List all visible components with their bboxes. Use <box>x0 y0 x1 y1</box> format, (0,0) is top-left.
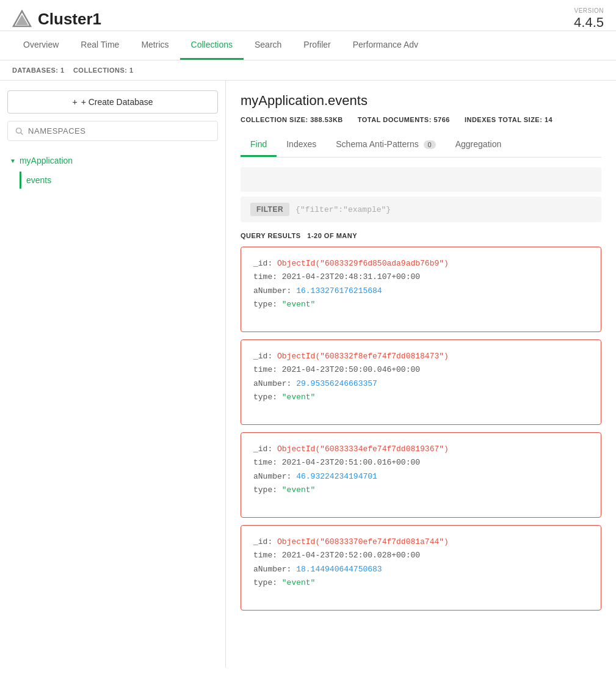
create-db-icon: + <box>72 97 77 107</box>
collection-meta: COLLECTION SIZE: 388.53KB TOTAL DOCUMENT… <box>241 116 601 123</box>
main-layout: + + Create Database ▼ myApplication even… <box>0 81 616 668</box>
indexes-label: INDEXES TOTAL SIZE: <box>465 116 542 123</box>
doc4-number-field: aNumber: 18.144940644750683 <box>253 563 589 576</box>
doc4-time-field: time: 2021-04-23T20:52:00.028+00:00 <box>253 549 589 562</box>
tab-indexes[interactable]: Indexes <box>277 133 326 157</box>
doc1-id-field: _id: ObjectId("6083329f6d850ada9adb76b9"… <box>253 257 589 270</box>
doc2-type-field: type: "event" <box>253 391 589 404</box>
version-block: VERSION 4.4.5 <box>574 7 604 31</box>
doc3-id-field: _id: ObjectId("60833334efe74f7dd0819367"… <box>253 443 589 456</box>
query-results-label: QUERY RESULTS <box>241 232 301 239</box>
doc1-type-field: type: "event" <box>253 298 589 311</box>
tab-profiler[interactable]: Profiler <box>292 31 341 60</box>
doc3-number-field: aNumber: 46.93224234194701 <box>253 470 589 484</box>
doc2-number-field: aNumber: 29.95356246663357 <box>253 377 589 391</box>
document-card-4[interactable]: _id: ObjectId("60833370efe74f7dd081a744"… <box>241 525 601 611</box>
svg-line-3 <box>21 132 23 134</box>
doc2-id-field: _id: ObjectId("608332f8efe74f7dd0818473"… <box>253 350 589 363</box>
tab-aggregation[interactable]: Aggregation <box>446 133 512 157</box>
size-label: COLLECTION SIZE: <box>241 116 308 123</box>
namespace-search-wrapper[interactable] <box>7 121 218 141</box>
sub-tabs: Find Indexes Schema Anti-Patterns 0 Aggr… <box>241 133 601 158</box>
collections-label: COLLECTIONS: <box>73 67 128 74</box>
create-db-label: + Create Database <box>81 97 153 107</box>
document-card-2[interactable]: _id: ObjectId("608332f8efe74f7dd0818473"… <box>241 339 601 425</box>
content-area: myApplication.events COLLECTION SIZE: 38… <box>226 81 616 668</box>
doc1-number-field: aNumber: 16.133276176215684 <box>253 285 589 298</box>
svg-point-2 <box>16 128 21 133</box>
query-results-header: QUERY RESULTS 1-20 OF MANY <box>241 232 601 239</box>
filter-bar: FILTER {"filter":"example"} <box>241 197 601 222</box>
collection-item-events[interactable]: events <box>20 172 218 189</box>
doc4-id-field: _id: ObjectId("60833370efe74f7dd081a744"… <box>253 535 589 549</box>
doc3-type-field: type: "event" <box>253 484 589 497</box>
tab-collections[interactable]: Collections <box>180 31 244 60</box>
collection-title: myApplication.events <box>241 93 601 109</box>
total-documents: TOTAL DOCUMENTS: 5766 <box>358 116 450 123</box>
tab-performance[interactable]: Performance Adv <box>342 31 429 60</box>
document-card-3[interactable]: _id: ObjectId("60833334efe74f7dd0819367"… <box>241 432 601 518</box>
create-database-button[interactable]: + + Create Database <box>7 90 218 114</box>
schema-badge: 0 <box>424 140 436 149</box>
stats-bar: DATABASES: 1 COLLECTIONS: 1 <box>0 60 616 81</box>
docs-label: TOTAL DOCUMENTS: <box>358 116 432 123</box>
header-left: Cluster1 <box>12 9 101 29</box>
namespace-search-input[interactable] <box>28 126 210 136</box>
size-value: 388.53KB <box>310 116 343 123</box>
filter-placeholder: {"filter":"example"} <box>295 205 391 214</box>
databases-count: 1 <box>60 67 65 74</box>
indexes-size: INDEXES TOTAL SIZE: 14 <box>465 116 553 123</box>
tab-metrics[interactable]: Metrics <box>130 31 179 60</box>
version-label: VERSION <box>574 7 604 15</box>
schema-tab-label: Schema Anti-Patterns <box>336 139 418 149</box>
toolbar-area <box>241 167 601 192</box>
tab-overview[interactable]: Overview <box>12 31 70 60</box>
database-name: myApplication <box>20 156 73 165</box>
tab-find[interactable]: Find <box>241 133 277 157</box>
filter-button[interactable]: FILTER <box>250 203 289 216</box>
chevron-down-icon: ▼ <box>10 158 16 164</box>
doc4-type-field: type: "event" <box>253 576 589 590</box>
tab-realtime[interactable]: Real Time <box>70 31 130 60</box>
doc3-time-field: time: 2021-04-23T20:51:00.016+00:00 <box>253 456 589 469</box>
collection-size: COLLECTION SIZE: 388.53KB <box>241 116 343 123</box>
databases-label: DATABASES: <box>12 67 58 74</box>
document-card-1[interactable]: _id: ObjectId("6083329f6d850ada9adb76b9"… <box>241 247 601 332</box>
version-number: 4.4.5 <box>574 15 604 31</box>
tab-search[interactable]: Search <box>244 31 292 60</box>
collection-name: events <box>26 175 51 185</box>
documents-list: _id: ObjectId("6083329f6d850ada9adb76b9"… <box>241 247 601 611</box>
nav-tabs: Overview Real Time Metrics Collections S… <box>0 31 616 60</box>
query-results-range: 1-20 OF MANY <box>307 232 357 239</box>
search-icon <box>15 127 23 136</box>
doc2-time-field: time: 2021-04-23T20:50:00.046+00:00 <box>253 363 589 377</box>
docs-value: 5766 <box>433 116 449 123</box>
logo-icon <box>12 9 32 29</box>
database-item-myapplication[interactable]: ▼ myApplication <box>7 151 218 170</box>
doc1-time-field: time: 2021-04-23T20:48:31.107+00:00 <box>253 270 589 284</box>
indexes-value: 14 <box>545 116 553 123</box>
header: Cluster1 VERSION 4.4.5 <box>0 0 616 31</box>
tab-schema[interactable]: Schema Anti-Patterns 0 <box>326 133 445 157</box>
sidebar: + + Create Database ▼ myApplication even… <box>0 81 226 668</box>
collections-count: 1 <box>129 67 134 74</box>
cluster-name: Cluster1 <box>38 10 101 29</box>
collection-list: events <box>7 172 218 189</box>
